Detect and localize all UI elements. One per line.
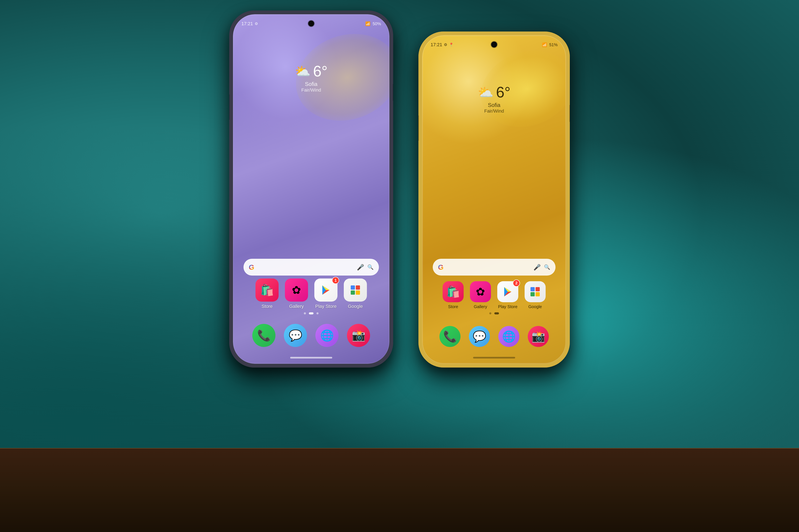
power-button-left[interactable]: [393, 84, 393, 101]
table-surface: [0, 448, 799, 532]
volume-button-left[interactable]: [229, 95, 230, 120]
volume-button-right[interactable]: [418, 115, 419, 141]
phone-left-frame: [229, 11, 393, 367]
phone-right: 17:21 ⚙ 📍 📶 51% ⛅ 6° Sofia Fair/Wind: [418, 32, 570, 367]
power-button-right[interactable]: [569, 105, 570, 122]
phones-container: 17:21 ⚙ 📶 50% ⛅ 6° Sofia Fair/Wind G: [229, 11, 570, 367]
phone-left: 17:21 ⚙ 📶 50% ⛅ 6° Sofia Fair/Wind G: [229, 11, 393, 367]
phone-right-frame: [418, 32, 570, 367]
